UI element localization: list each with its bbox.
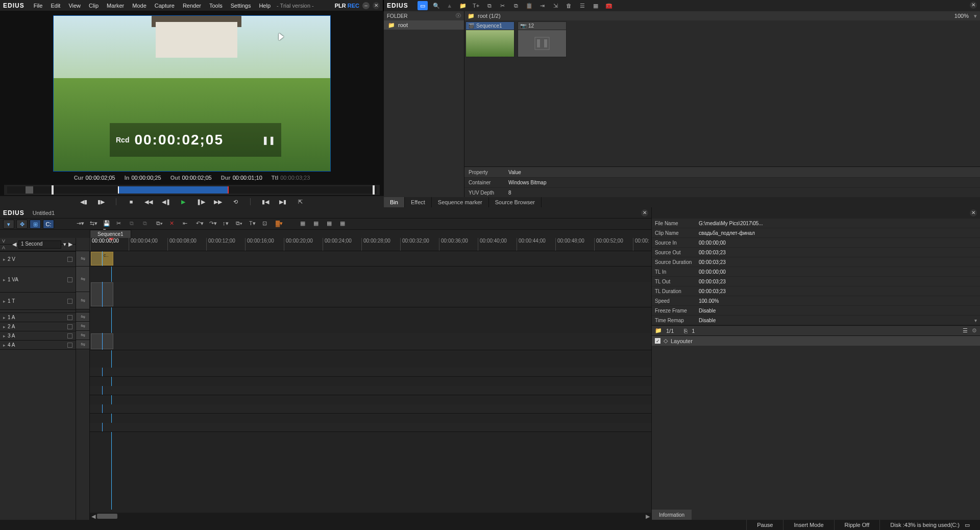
track-toggle[interactable] [67, 257, 72, 262]
chevron-down-icon[interactable]: ▾ [63, 241, 66, 248]
split-icon[interactable]: ↕▾ [223, 220, 231, 228]
info-close-icon[interactable]: ✕ [970, 209, 977, 216]
step-back-button[interactable]: ◀❚ [161, 198, 170, 206]
play-button[interactable]: ▶ [179, 198, 188, 206]
expand-icon[interactable]: ▸ [3, 333, 6, 339]
insert-mode-icon[interactable]: ⇥▾ [77, 220, 85, 228]
tab-effect[interactable]: Effect [405, 197, 432, 207]
track-lane[interactable] [90, 423, 651, 432]
tab-bin[interactable]: Bin [384, 197, 405, 207]
menu-edit[interactable]: Edit [46, 0, 64, 11]
scrub-handle-right[interactable] [373, 185, 375, 195]
track-header[interactable]: ▸1 VA [0, 267, 76, 293]
open-icon[interactable]: 📁 [458, 1, 468, 10]
chevron-down-icon[interactable]: ▾ [974, 13, 977, 19]
track-toggle[interactable] [67, 277, 72, 282]
track-header[interactable]: ▸3 A [0, 331, 76, 341]
menu-help[interactable]: Help [255, 0, 275, 11]
sequence-tab[interactable]: Sequence1 [90, 230, 131, 238]
new-sequence-icon[interactable]: ⧉ [485, 1, 494, 10]
track-header[interactable]: ▸2 A [0, 322, 76, 331]
expand-icon[interactable]: ▸ [3, 315, 6, 320]
track-lane[interactable] [90, 333, 651, 350]
delete-icon[interactable]: 🗑 [565, 1, 574, 10]
fx-item-layouter[interactable]: ✓ ◇ Layouter [652, 335, 980, 346]
delete2-icon[interactable]: ✕ [169, 220, 178, 228]
tab-information[interactable]: Information [652, 510, 692, 520]
mode-group-icon[interactable]: C: [43, 220, 54, 229]
zoom-prev-icon[interactable]: ◀ [12, 241, 16, 248]
track-toggle[interactable] [67, 324, 72, 329]
mode-trim-icon[interactable]: ✥ [16, 220, 28, 229]
track-lane[interactable] [90, 282, 651, 307]
mode-multicam-icon[interactable]: ⊞ [30, 220, 41, 229]
stop-button[interactable]: ■ [127, 198, 136, 206]
scrub-track[interactable] [7, 186, 377, 194]
folder-root[interactable]: 📁 root [384, 20, 464, 30]
replace-icon[interactable]: ⧉▾ [156, 220, 164, 228]
scrub-bar[interactable] [4, 185, 380, 195]
layout-a-icon[interactable]: ▦ [300, 220, 308, 228]
save-icon[interactable]: 💾▾ [103, 220, 111, 228]
track-patch[interactable]: ⇋ [76, 340, 89, 349]
track-patch[interactable]: ⇋ [76, 312, 89, 322]
mode-normal-icon[interactable]: ▾ [3, 220, 14, 229]
step-fwd-button[interactable]: ❚▶ [196, 198, 205, 206]
tab-sequence-marker[interactable]: Sequence marker [432, 197, 489, 207]
redo-icon[interactable]: ↷▾ [209, 220, 217, 228]
next-edit-button[interactable]: ▶▮ [278, 198, 287, 206]
layout-b-icon[interactable]: ▦ [313, 220, 322, 228]
scroll-right-icon[interactable]: ▶ [644, 513, 651, 520]
expand-icon[interactable]: ▸ [3, 299, 6, 304]
menu-settings[interactable]: Settings [227, 0, 255, 11]
vscope-icon[interactable]: ⊡ [262, 220, 271, 228]
insert-icon[interactable]: ⇥ [538, 1, 547, 10]
track-patch[interactable]: ⇋ [76, 292, 89, 309]
expand-icon[interactable]: ▸ [3, 257, 6, 262]
track-header[interactable]: ▸1 T [0, 293, 76, 310]
timeline-clip[interactable]: с.. [102, 252, 113, 266]
minimize-icon[interactable]: – [362, 2, 370, 9]
cut-icon[interactable]: ✂ [498, 1, 507, 10]
settings-icon[interactable]: ⚙ [972, 327, 977, 334]
timeline-clip[interactable] [91, 252, 102, 266]
track-lane[interactable] [90, 404, 651, 414]
ripple-delete-icon[interactable]: ⇤ [183, 220, 191, 228]
scroll-thumb[interactable] [97, 514, 117, 519]
track-toggle[interactable] [67, 333, 72, 339]
track-area[interactable]: с.. [90, 251, 651, 510]
set-out-button[interactable]: ▮▶ [96, 198, 106, 206]
track-header[interactable]: ▸2 V [0, 252, 76, 267]
cut2-icon[interactable]: ✂ [116, 220, 125, 228]
scroll-left-icon[interactable]: ◀ [90, 513, 97, 520]
track-toggle[interactable] [67, 299, 72, 304]
menu-capture[interactable]: Capture [151, 0, 179, 11]
menu-file[interactable]: File [30, 0, 47, 11]
copy-icon[interactable]: ⧉ [511, 1, 521, 10]
thumb-icon[interactable]: ▦ [591, 1, 600, 10]
track-toggle[interactable] [67, 315, 72, 320]
prev-edit-button[interactable]: ▮◀ [261, 198, 270, 206]
zoom-level[interactable]: 100% [954, 13, 969, 19]
expand-icon[interactable]: ▸ [3, 277, 6, 282]
track-lane[interactable] [90, 386, 651, 395]
track-lane[interactable]: с.. [90, 251, 651, 267]
track-header[interactable]: ▸1 A [0, 313, 76, 322]
track-patch[interactable]: ⇋ [76, 331, 89, 340]
bin-item-12[interactable]: 📷12 [518, 21, 567, 57]
undo-icon[interactable]: ↶▾ [196, 220, 204, 228]
folder-view-icon[interactable]: ▭ [418, 1, 428, 10]
timeline-close-icon[interactable]: ✕ [641, 209, 648, 216]
track-patch[interactable]: ⇋ [76, 322, 89, 331]
list-icon[interactable]: ☰ [963, 327, 968, 334]
title-icon[interactable]: T▾ [249, 220, 257, 228]
track-patch[interactable]: ⇋ [76, 251, 89, 267]
menu-clip[interactable]: Clip [85, 0, 103, 11]
close-icon[interactable]: ✕ [373, 2, 380, 9]
layout-d-icon[interactable]: ▦ [340, 220, 348, 228]
add-title-icon[interactable]: T+ [472, 1, 481, 10]
timeline-ruler[interactable]: 00:00:00;0000:00:04;0000:00:08;0000:00:1… [90, 238, 651, 251]
ripple-icon[interactable]: ⇆▾ [90, 220, 98, 228]
list-icon[interactable]: ☰ [578, 1, 587, 10]
fx-enable-checkbox[interactable]: ✓ [655, 338, 660, 344]
